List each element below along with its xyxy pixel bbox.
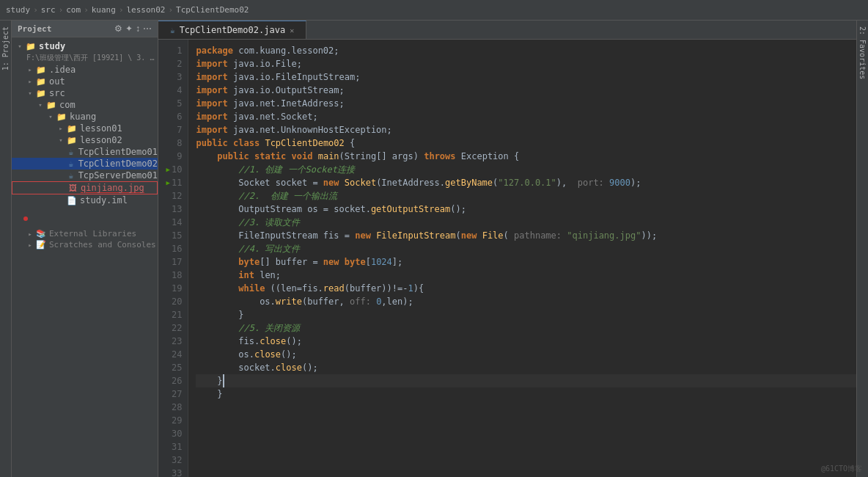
code-editor[interactable]: 1 2 3 4 5 6 7 8 9 ▶10 ▶11 12 13 14 15 16 (158, 40, 856, 477)
line-num-21: 21 (158, 308, 188, 321)
folder-icon: 📁 (56, 112, 67, 122)
panel-title: Project (18, 24, 51, 34)
code-line-22: while ((len=fis.read(buffer))!=-1){ (196, 282, 856, 295)
collapse-button[interactable]: ✦ (125, 23, 133, 34)
line-num-30: 30 (158, 427, 188, 440)
chevron-right-icon: ▸ (25, 241, 35, 249)
java-file-icon: ☕ (66, 159, 76, 169)
code-line-17: //3. 读取文件 (196, 216, 856, 229)
line-num-29: 29 (158, 414, 188, 427)
line-num-23: 23 (158, 335, 188, 348)
line-num-25: 25 (158, 361, 188, 374)
line-numbers: 1 2 3 4 5 6 7 8 9 ▶10 ▶11 12 13 14 15 16 (158, 40, 188, 477)
line-num-19: 19 (158, 282, 188, 295)
line-num-12: 12 (158, 189, 188, 203)
chevron-down-icon: ▾ (45, 113, 56, 120)
code-line-4: import java.io.FileInputStream; (196, 70, 856, 84)
breadcrumb-class[interactable]: TcpClientDemo02 (176, 5, 249, 15)
java-file-icon: ☕ (66, 171, 76, 181)
tree-label-scratches: Scratches and Consoles (49, 240, 156, 250)
tree-label-extlibs: External Libraries (49, 229, 136, 238)
line-num-8: 8 (158, 136, 188, 150)
line-num-11: ▶11 (158, 176, 188, 189)
run-btn-10[interactable]: ▶ (161, 163, 170, 176)
folder-icon: 📁 (35, 77, 47, 87)
code-line-7: import java.net.Socket; (196, 110, 856, 123)
tab-TcpClientDemo02[interactable]: ☕ TcpClientDemo02.java ✕ (158, 21, 306, 39)
code-line-10: public class TcpClientDemo02 { (196, 136, 856, 150)
code-line-27: //5. 关闭资源 (196, 321, 856, 335)
run-btn-11[interactable]: ▶ (161, 176, 170, 189)
code-line-23: os.write(buffer, off: 0,len); (196, 295, 856, 308)
line-num-5: 5 (158, 97, 188, 110)
tree-item-lesson02[interactable]: ▾ 📁 lesson02 (12, 134, 158, 146)
right-side-tabs: 2: Favorites (856, 21, 868, 477)
code-line-21: int len; (196, 269, 856, 282)
code-content[interactable]: package com.kuang.lesson02; import java.… (188, 40, 856, 477)
code-line-13: Socket socket = new Socket(InetAddress.g… (196, 176, 856, 189)
sidebar-tab-favorites[interactable]: 2: Favorites (857, 21, 868, 85)
tree-item-study[interactable]: ▾ 📁 study (12, 40, 158, 52)
study-path: F:\班级管理\西开 [19921] \ 3. 代码\net\study (12, 52, 158, 64)
line-num-26: 26 (158, 374, 188, 387)
tree-item-TcpClientDemo01[interactable]: ☕ TcpClientDemo01 (12, 146, 158, 158)
tree-label-TcpServerDemo01: TcpServerDemo01 (78, 170, 158, 181)
code-line-33: } (196, 387, 856, 401)
line-num-24: 24 (158, 348, 188, 361)
code-line-8: import java.net.UnknownHostException; (196, 123, 856, 136)
line-num-20: 20 (158, 295, 188, 308)
tree-label-kuang: kuang (70, 112, 96, 122)
tree-item-out[interactable]: ▸ 📁 out (12, 76, 158, 87)
more-button[interactable]: ⋯ (143, 23, 152, 34)
tab-close-button[interactable]: ✕ (290, 26, 294, 34)
folder-icon: 📁 (45, 101, 57, 110)
tree-item-src[interactable]: ▾ 📁 src (12, 87, 158, 99)
line-num-13: 13 (158, 203, 188, 216)
tree-item-lesson01[interactable]: ▸ 📁 lesson01 (12, 123, 158, 134)
tree-item-studyiml[interactable]: 📄 study.iml (12, 194, 158, 206)
line-num-32: 32 (158, 454, 188, 467)
line-num-10: ▶10 (158, 163, 188, 176)
code-line-30: socket.close(); (196, 361, 856, 374)
line-num-16: 16 (158, 242, 188, 255)
code-line-14: //2. 创建 一个输出流 (196, 189, 856, 203)
library-icon: 📚 (35, 229, 47, 238)
tree-item-extlibs[interactable]: ▸ 📚 External Libraries (12, 228, 158, 239)
code-line-6: import java.net.InetAddress; (196, 97, 856, 110)
breadcrumb-com[interactable]: com (66, 5, 81, 15)
panel-toolbar: ⚙ ✦ ↕ ⋯ (114, 23, 152, 34)
breadcrumb-kuang[interactable]: kuang (92, 5, 116, 15)
tree-item-TcpClientDemo02[interactable]: ☕ TcpClientDemo02 (12, 158, 158, 170)
gear-button[interactable]: ⚙ (114, 23, 122, 34)
tree-label-qinjiang: qinjiang.jpg (81, 183, 144, 193)
line-num-2: 2 (158, 57, 188, 70)
chevron-right-icon: ▸ (25, 78, 35, 85)
image-file-icon: 🖼 (67, 183, 78, 193)
tree-label-study: study (39, 41, 65, 51)
project-panel: Project ⚙ ✦ ↕ ⋯ ▾ 📁 study F:\班级管理\西开 [19… (12, 21, 158, 477)
line-num-4: 4 (158, 84, 188, 97)
tree-label-lesson01: lesson01 (80, 123, 122, 134)
editor-tabs: ☕ TcpClientDemo02.java ✕ (158, 21, 856, 40)
editor-area: ☕ TcpClientDemo02.java ✕ 1 2 3 4 5 6 7 8… (158, 21, 856, 477)
project-tree: ▾ 📁 study F:\班级管理\西开 [19921] \ 3. 代码\net… (12, 37, 158, 477)
breadcrumb-src[interactable]: src (41, 5, 56, 15)
tree-label-studyiml: study.iml (80, 195, 128, 205)
tree-item-kuang[interactable]: ▾ 📁 kuang (12, 111, 158, 123)
top-bar: study › src › com › kuang › lesson02 › T… (0, 0, 868, 21)
tree-item-TcpServerDemo01[interactable]: ☕ TcpServerDemo01 (12, 170, 158, 181)
line-num-17: 17 (158, 255, 188, 269)
chevron-down-icon: ▾ (15, 43, 25, 50)
breadcrumb-study[interactable]: study (6, 5, 30, 15)
tree-label-src: src (49, 88, 65, 98)
tree-item-qinjiang[interactable]: 🖼 qinjiang.jpg (12, 181, 158, 194)
tree-item-idea[interactable]: ▸ 📁 .idea (12, 64, 158, 76)
code-line-11: public static void main(String[] args) t… (196, 150, 856, 163)
tree-item-scratches[interactable]: ▸ 📝 Scratches and Consoles (12, 239, 158, 250)
sidebar-tab-project[interactable]: 1: Project (0, 21, 11, 76)
sort-button[interactable]: ↕ (136, 23, 140, 34)
chevron-down-icon: ▾ (25, 90, 35, 97)
tree-item-com[interactable]: ▾ 📁 com (12, 99, 158, 111)
line-num-22: 22 (158, 321, 188, 335)
breadcrumb-lesson02[interactable]: lesson02 (127, 5, 166, 15)
